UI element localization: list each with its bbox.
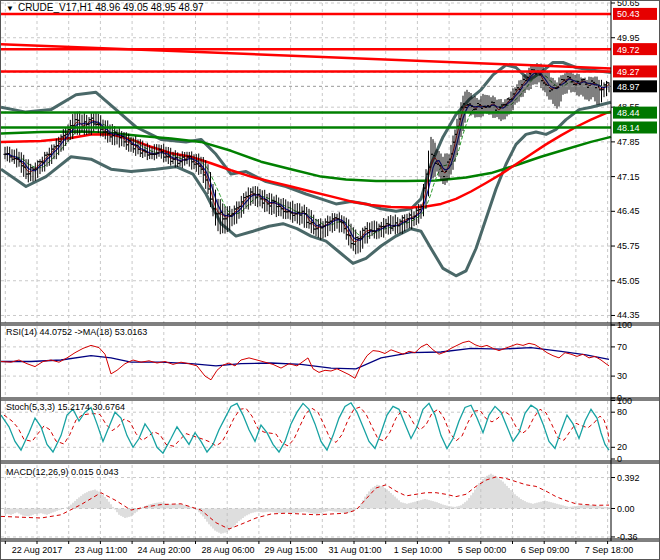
macd-indicator-label: MACD(12,26,9) 0.015 0.043 (6, 467, 119, 477)
price-tick-label: 45.75 (617, 241, 640, 251)
macd-panel-series (1, 474, 609, 534)
macd-tick-label: 0.392 (617, 473, 640, 483)
time-tick-label: 7 Sep 18:00 (585, 545, 634, 555)
price-level-badge-text: 48.14 (617, 123, 640, 133)
time-tick-label: 28 Aug 06:00 (201, 545, 254, 555)
time-tick-label: 23 Aug 11:00 (75, 545, 127, 555)
chart-title-bar: ▼CRUDE_V17,H1 48.96 49.05 48.95 48.97 (6, 2, 204, 13)
time-tick-label: 31 Aug 01:00 (328, 545, 381, 555)
stoch-tick-label: 20 (617, 442, 627, 452)
price-tick-label: 44.35 (617, 310, 640, 320)
price-level-badge-text: 48.97 (617, 82, 640, 92)
rsi-indicator-label: RSI(14) 44.0752 ->MA(18) 53.0163 (6, 327, 147, 337)
macd-tick-label: -0.36 (617, 532, 638, 542)
stoch-tick-label: 100 (617, 396, 632, 406)
panel-separators (1, 1, 659, 544)
price-level-badge-text: 49.27 (617, 67, 640, 77)
price-levels (1, 14, 611, 128)
rsi-tick-label: 100 (617, 320, 632, 330)
time-tick-label: 24 Aug 20:00 (137, 545, 190, 555)
stoch-tick-label: 0 (617, 454, 622, 464)
macd-tick-label: 0.00 (617, 504, 635, 514)
price-level-badge-text: 49.72 (617, 45, 640, 55)
time-tick-label: 5 Sep 00:00 (458, 545, 507, 555)
stoch-indicator-label: Stoch(5,3,3) 15.2174 30.6764 (6, 402, 125, 412)
time-tick-label: 1 Sep 10:00 (394, 545, 443, 555)
symbol-dropdown-icon[interactable]: ▼ (6, 4, 14, 13)
price-tick-label: 46.45 (617, 206, 640, 216)
chart-window: 50.6549.9548.5547.8547.1546.4545.7545.05… (0, 0, 660, 560)
price-tick-label: 50.65 (617, 1, 640, 8)
price-tick-label: 49.95 (617, 33, 640, 43)
price-tick-label: 45.05 (617, 276, 640, 286)
time-tick-label: 22 Aug 2017 (12, 545, 63, 555)
descending-trendline (1, 44, 611, 68)
price-tick-label: 47.15 (617, 172, 640, 182)
time-tick-label: 29 Aug 15:00 (264, 545, 317, 555)
time-axis-labels: 22 Aug 201723 Aug 11:0024 Aug 20:0028 Au… (12, 545, 634, 555)
price-tick-label: 47.85 (617, 137, 640, 147)
price-level-badge-text: 50.43 (617, 9, 640, 19)
rsi-tick-label: 70 (617, 342, 627, 352)
chart-title-text: CRUDE_V17,H1 48.96 49.05 48.95 48.97 (18, 2, 204, 13)
rsi-tick-label: 30 (617, 371, 627, 381)
stoch-tick-label: 80 (617, 407, 627, 417)
price-level-badge-text: 48.44 (617, 108, 640, 118)
time-tick-label: 6 Sep 09:00 (521, 545, 570, 555)
